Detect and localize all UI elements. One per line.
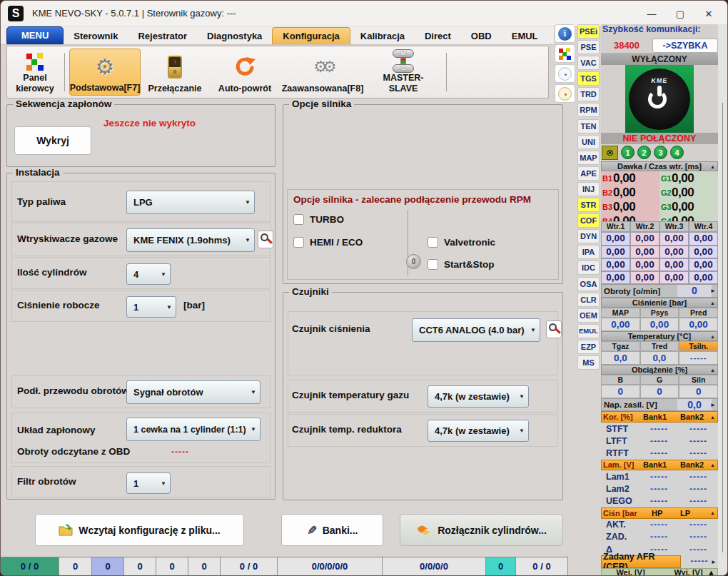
menu-item-konfiguracja[interactable]: Konfiguracja — [272, 27, 350, 44]
tab-uni[interactable]: UNI — [577, 135, 600, 149]
master-slave-button[interactable]: M S MASTER-SLAVE — [365, 49, 442, 96]
afr-row[interactable]: Zadany AFR (CER) ----- ► — [601, 555, 718, 568]
fuel-type-dropdown[interactable]: LPG▼ — [126, 191, 255, 214]
telemetry-panel: Szybkość komunikacji: 38400 ->SZYBKA WYŁ… — [601, 24, 718, 576]
tab-pse[interactable]: PSE — [577, 40, 600, 54]
gas-temp-dropdown[interactable]: 4,7k (w zestawie)▼ — [428, 385, 529, 408]
petrol-dose-column: B10,00 B20,00 B30,00 B40,00 — [601, 171, 659, 221]
tab-ipa[interactable]: IPA — [577, 245, 600, 259]
menu-item-diagnostyka[interactable]: Diagnostyka — [197, 28, 272, 44]
start-stop-counter[interactable]: 0 — [406, 254, 421, 269]
tab-str[interactable]: STR — [577, 198, 600, 212]
menu-item-obd[interactable]: OBD — [461, 28, 502, 44]
load-config-button[interactable]: Wczytaj konfigurację z pliku... — [35, 514, 244, 546]
disconnect-icon[interactable]: ⊗ — [602, 146, 618, 160]
detect-button[interactable]: Wykryj — [14, 126, 91, 155]
gauge-gold-icon[interactable] — [555, 84, 575, 103]
cylinder-3-button[interactable]: 3 — [654, 146, 667, 159]
pressure-section-header[interactable]: Ciśnienie [bar]▲ — [601, 298, 718, 308]
load-section-header[interactable]: Obciążenie [%]▲ — [601, 365, 718, 375]
rpm-row[interactable]: Obroty [o/min] 0 ► — [601, 284, 718, 298]
info-icon[interactable]: i — [555, 24, 575, 43]
tab-osa[interactable]: OSA — [577, 277, 600, 291]
ltft-row: LTFT---------- — [601, 435, 718, 447]
rpm-filter-dropdown[interactable]: 1▼ — [126, 473, 171, 494]
io-section-header[interactable]: Wej. [V] Wyj. [V] ▲ — [601, 568, 718, 576]
banks-button[interactable]: ✎ Banki... — [281, 514, 383, 546]
tab-psei[interactable]: PSEi — [577, 24, 600, 39]
tab-oem[interactable]: OEM — [577, 308, 600, 323]
valvetronic-checkbox[interactable]: Valvetronic — [428, 237, 495, 248]
status-cell-2: 0 — [92, 557, 124, 575]
temperature-section-header[interactable]: Temperatury [°C]▲ — [601, 331, 718, 341]
supply-voltage-row[interactable]: Nap. zasil. [V] 0,0 ► — [601, 398, 718, 411]
lam2-row: Lam2---------- — [601, 483, 718, 495]
corrections-header[interactable]: Kor. [%] Bank1 Bank2 ▲ — [601, 411, 718, 423]
injector-table-row: 0,000,000,000,00 — [601, 271, 718, 284]
cylinder-disconnect-button[interactable]: Rozłącznik cylindrów... — [400, 514, 563, 546]
tab-cof[interactable]: COF — [577, 213, 600, 228]
kme-logo-area: KME — [601, 65, 718, 133]
right-edge-splitter[interactable] — [718, 24, 728, 576]
minimize-icon[interactable]: — — [637, 1, 666, 26]
tab-clr[interactable]: CLR — [577, 293, 600, 307]
obd-rpm-label: Obroty odczytane z OBD — [17, 446, 130, 457]
menu-item-rejestrator[interactable]: Rejestrator — [128, 28, 197, 44]
working-pressure-label: Ciśnienie robocze — [17, 300, 100, 310]
tab-ape[interactable]: APE — [577, 166, 600, 181]
menu-item-sterownik[interactable]: Sterownik — [64, 28, 128, 44]
tab-ezp[interactable]: EZP — [577, 340, 600, 354]
tab-ms[interactable]: MS — [577, 355, 600, 370]
tab-dyn[interactable]: DYN — [577, 229, 600, 243]
dose-section-header[interactable]: Dawka / Czas wtr. [ms]▲ — [601, 161, 718, 172]
status-cell-0: 0 / 0 — [1, 557, 59, 575]
cylinder-1-button[interactable]: 1 — [621, 146, 635, 159]
ignition-system-dropdown[interactable]: 1 cewka na 1 cylinder (1:1)▼ — [126, 418, 261, 441]
gear-icon: ⚙ — [96, 56, 115, 78]
tab-map[interactable]: MAP — [577, 151, 600, 165]
fast-comm-button[interactable]: ->SZYBKA — [652, 39, 718, 53]
tab-trd[interactable]: TRD — [577, 87, 600, 101]
tab-vac[interactable]: VAC — [577, 56, 600, 70]
menu-item-kalibracja[interactable]: Kalibracja — [350, 28, 415, 44]
cylinder-4-button[interactable]: 4 — [670, 146, 684, 159]
kme-power-logo[interactable]: KME — [629, 69, 690, 130]
menu-item-emul[interactable]: EMUL — [502, 28, 548, 44]
gas-injectors-dropdown[interactable]: KME FENIX (1.9ohms)▼ — [126, 228, 255, 252]
injectors-search-icon[interactable] — [258, 231, 273, 248]
tab-ten[interactable]: TEN — [577, 119, 600, 133]
tab-rpm[interactable]: RPM — [577, 103, 600, 117]
turbo-checkbox[interactable]: TURBO — [293, 214, 344, 225]
injector-table-header: Wtr.1 Wtr.2 Wtr.3 Wtr.4 — [601, 221, 718, 232]
panel-kierowcy-button[interactable]: Panel kierowcy — [10, 49, 60, 96]
tab-emul[interactable]: EMUL — [577, 324, 600, 338]
reducer-temp-dropdown[interactable]: 4,7k (w zestawie)▼ — [428, 420, 529, 442]
tab-tgs[interactable]: TGS — [577, 71, 600, 86]
rail-pressure-header[interactable]: Ciśn [bar HP LP ▲ — [601, 507, 718, 519]
zaawansowana-button[interactable]: ⚙⚙ Zaawansowana[F8] — [280, 49, 365, 96]
close-icon[interactable]: ✕ — [694, 1, 723, 26]
auto-powrot-button[interactable]: Auto-powrót — [209, 49, 280, 96]
rpm-wire-dropdown[interactable]: Sygnał obrotów▼ — [126, 380, 261, 404]
tab-inj[interactable]: INJ — [577, 182, 600, 196]
menu-item-direct[interactable]: Direct — [415, 28, 461, 44]
lambda-header[interactable]: Lam. [V] Bank1 Bank2 ▲ — [601, 460, 718, 471]
pressure-sensor-search-icon[interactable] — [546, 320, 562, 338]
gauge-blue-icon[interactable] — [555, 64, 575, 83]
injector-table-row: 0,000,000,000,00 — [601, 258, 718, 271]
obd-rpm-value: ----- — [171, 447, 189, 457]
cylinders-dropdown[interactable]: 4▼ — [126, 263, 171, 285]
working-pressure-dropdown[interactable]: 1▼ — [126, 296, 176, 318]
menu-item-menu[interactable]: MENU — [6, 26, 64, 44]
maximize-icon[interactable]: ▢ — [666, 1, 694, 26]
tab-idc[interactable]: IDC — [577, 261, 600, 275]
hemi-eco-checkbox[interactable]: HEMI / ECO — [293, 237, 363, 248]
panel-squares-icon[interactable] — [555, 44, 575, 63]
podstawowa-button[interactable]: ⚙ Podstawowa[F7] — [69, 49, 141, 96]
injector-table-row: 0,000,000,000,00 — [601, 232, 718, 245]
start-stop-checkbox[interactable]: Start&Stop — [428, 259, 495, 270]
chevron-down-icon: ▼ — [166, 304, 172, 310]
pressure-sensor-dropdown[interactable]: CCT6 ANALOG (4.0 bar)▼ — [412, 318, 540, 342]
cylinder-2-button[interactable]: 2 — [637, 146, 651, 159]
przelaczanie-button[interactable]: I 0 Przełączanie — [141, 49, 209, 96]
